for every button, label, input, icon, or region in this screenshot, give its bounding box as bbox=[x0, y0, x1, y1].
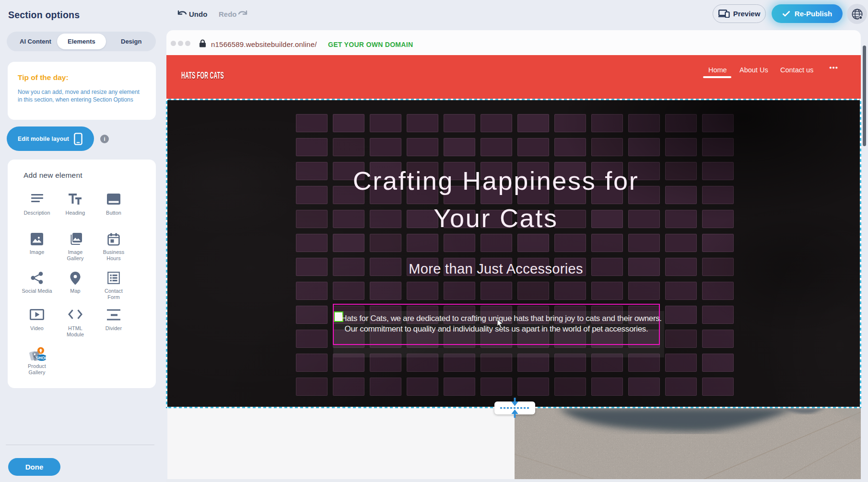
svg-text:SHOP: SHOP bbox=[35, 356, 46, 360]
